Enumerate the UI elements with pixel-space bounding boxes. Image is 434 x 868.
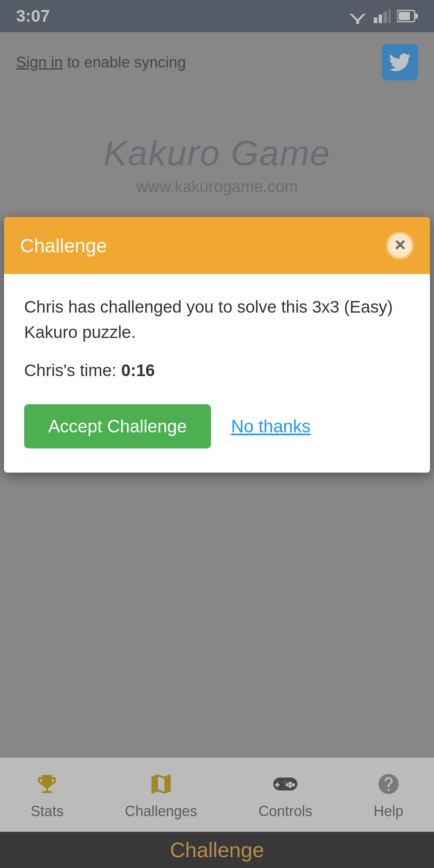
- dialog-title: Challenge: [20, 235, 107, 257]
- challenge-dialog: Challenge ✕ Chris has challenged you to …: [4, 217, 430, 473]
- dialog-actions: Accept Challenge No thanks: [24, 404, 410, 448]
- challenge-description: Chris has challenged you to solve this 3…: [24, 294, 410, 345]
- challenger-time-row: Chris's time: 0:16: [24, 361, 410, 380]
- challenger-time-value: 0:16: [121, 361, 155, 380]
- dialog-header: Challenge ✕: [4, 217, 430, 274]
- close-icon: ✕: [388, 233, 412, 258]
- no-thanks-button[interactable]: No thanks: [231, 416, 311, 436]
- dialog-close-button[interactable]: ✕: [386, 231, 414, 260]
- dialog-body: Chris has challenged you to solve this 3…: [4, 274, 430, 473]
- accept-challenge-button[interactable]: Accept Challenge: [24, 404, 211, 448]
- challenger-time-label: Chris's time:: [24, 361, 121, 380]
